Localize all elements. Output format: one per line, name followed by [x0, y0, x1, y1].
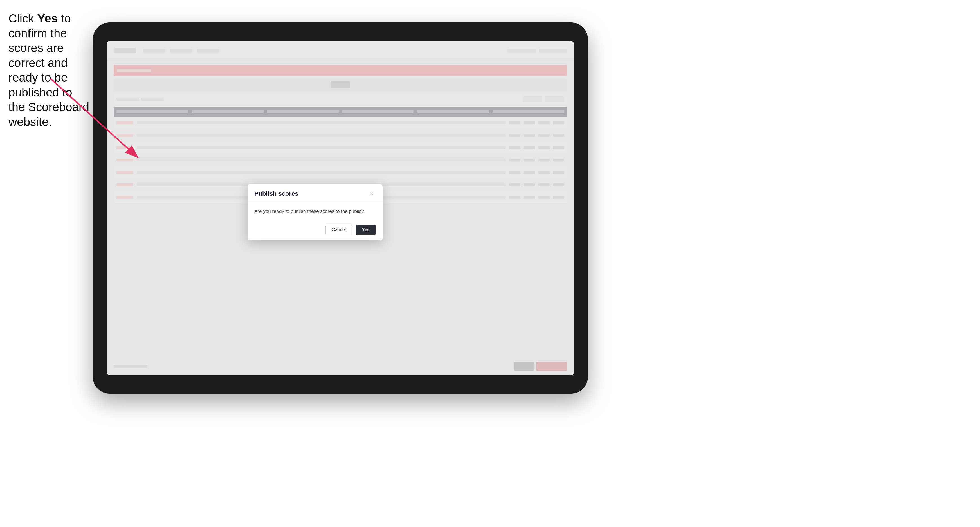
tablet-screen: Publish scores × Are you ready to publis…: [107, 41, 574, 375]
modal-header: Publish scores ×: [248, 184, 383, 203]
modal-message: Are you ready to publish these scores to…: [254, 208, 376, 215]
modal-body: Are you ready to publish these scores to…: [248, 203, 383, 221]
modal-close-button[interactable]: ×: [368, 190, 376, 198]
modal-backdrop: Publish scores × Are you ready to publis…: [107, 41, 574, 375]
instruction-plain: Click: [8, 12, 37, 25]
yes-button[interactable]: Yes: [356, 225, 376, 235]
tablet-device: Publish scores × Are you ready to publis…: [93, 22, 588, 394]
instruction-rest: to confirm the scores are correct and re…: [8, 12, 89, 129]
instruction-text: Click Yes to confirm the scores are corr…: [8, 11, 90, 129]
instruction-bold: Yes: [37, 12, 58, 25]
modal-title: Publish scores: [254, 190, 298, 197]
modal-footer: Cancel Yes: [248, 220, 383, 240]
publish-scores-modal: Publish scores × Are you ready to publis…: [248, 184, 383, 241]
cancel-button[interactable]: Cancel: [325, 225, 352, 235]
